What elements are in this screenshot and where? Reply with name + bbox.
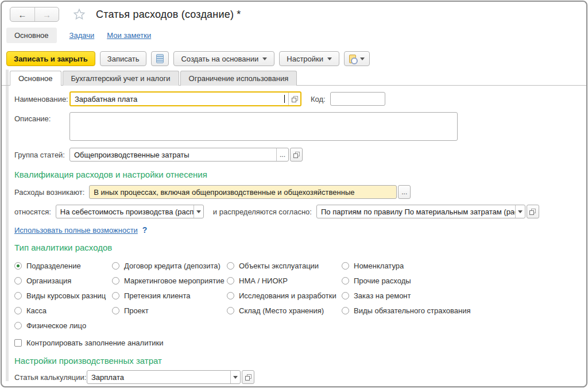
- form-content: Наименование: Зарабатная плата Код: Опис…: [2, 86, 586, 387]
- chevron-down-icon: [360, 57, 365, 60]
- radio-icon: [112, 307, 119, 314]
- text-caret: [284, 95, 285, 103]
- ellipsis-picker-button[interactable]: ...: [277, 148, 288, 161]
- list-icon: [156, 54, 164, 63]
- create-based-on-label: Создать на основании: [181, 55, 258, 63]
- section-production-title: Настройки производственных затрат: [14, 356, 578, 366]
- help-icon[interactable]: ?: [142, 225, 148, 235]
- radio-research-development[interactable]: Исследования и разработки: [227, 288, 342, 303]
- tab-usage-restriction[interactable]: Ограничение использования: [180, 71, 297, 86]
- radio-icon: [112, 292, 119, 299]
- copy-document-button[interactable]: [344, 51, 370, 66]
- analytics-column-4: Номенклатура Прочие расходы Заказ на рем…: [342, 258, 470, 333]
- chevron-down-icon[interactable]: [515, 205, 525, 218]
- open-button[interactable]: [527, 205, 539, 218]
- tab-accounting-taxes[interactable]: Бухгалтерский учет и налоги: [63, 71, 179, 86]
- description-input[interactable]: [69, 112, 458, 141]
- analytics-column-2: Договор кредита (депозита) Маркетинговое…: [112, 258, 227, 333]
- chevron-down-icon[interactable]: [230, 371, 240, 383]
- radio-icon: [14, 262, 22, 270]
- group-label: Группа статей:: [14, 151, 69, 159]
- description-label: Описание:: [14, 114, 69, 123]
- radio-icon: [227, 292, 234, 299]
- radio-icon: [342, 262, 349, 270]
- calculation-combobox[interactable]: Зарплата: [87, 370, 241, 384]
- radio-subdivision[interactable]: Подразделение: [14, 258, 112, 273]
- radio-icon: [342, 292, 349, 299]
- group-input[interactable]: Общепроизводственные затраты ...: [69, 148, 289, 162]
- radio-icon: [342, 307, 349, 314]
- radio-credit-agreement[interactable]: Договор кредита (депозита): [112, 258, 227, 273]
- nav-item-tasks[interactable]: Задачи: [69, 31, 95, 40]
- open-button[interactable]: [290, 148, 303, 162]
- radio-icon: [342, 277, 349, 285]
- full-features-link[interactable]: Использовать полные возможности: [14, 226, 138, 235]
- nav-links-row: Основное Задачи Мои заметки: [2, 23, 586, 49]
- radio-intangible-assets[interactable]: НМА / НИОКР: [227, 273, 342, 288]
- code-label: Код:: [311, 95, 326, 103]
- radio-project[interactable]: Проект: [112, 303, 227, 318]
- distribute-combobox[interactable]: По партиям по правилу По материальным за…: [316, 205, 525, 218]
- command-toolbar: Записать и закрыть Записать Создать на о…: [2, 49, 586, 71]
- name-row: Наименование: Зарабатная плата Код:: [14, 91, 578, 106]
- radio-icon: [14, 322, 22, 329]
- code-input[interactable]: [330, 92, 385, 106]
- radio-marketing-event[interactable]: Маркетинговое мероприятие: [112, 273, 227, 288]
- form-tabs: Основное Бухгалтерский учет и налоги Огр…: [10, 71, 586, 86]
- back-button[interactable]: ←: [10, 7, 34, 21]
- checkbox-icon: [14, 339, 22, 347]
- radio-icon: [14, 292, 22, 299]
- save-button[interactable]: Записать: [100, 51, 147, 66]
- open-button[interactable]: [242, 370, 254, 384]
- name-label: Наименование:: [14, 95, 69, 103]
- chevron-down-icon[interactable]: [194, 205, 203, 218]
- radio-nomenclature[interactable]: Номенклатура: [342, 258, 470, 273]
- radio-organization[interactable]: Организация: [14, 273, 112, 288]
- radio-other-expenses[interactable]: Прочие расходы: [342, 273, 470, 288]
- relate-combobox[interactable]: На себестоимость производства (распреде.: [56, 205, 204, 218]
- open-icon[interactable]: [289, 93, 300, 105]
- radio-exchange-rate-types[interactable]: Виды курсовых разниц: [14, 288, 112, 303]
- forward-button[interactable]: →: [34, 7, 59, 21]
- create-based-on-button[interactable]: Создать на основании: [173, 51, 274, 66]
- radio-icon: [227, 307, 234, 314]
- ellipsis-picker-button[interactable]: ...: [398, 185, 411, 199]
- relate-label: относятся:: [14, 208, 51, 216]
- settings-label: Настройки: [287, 55, 323, 63]
- full-features-row: Использовать полные возможности ?: [14, 225, 578, 235]
- nav-item-notes[interactable]: Мои заметки: [107, 31, 151, 40]
- description-row: Описание:: [14, 112, 578, 141]
- arise-input[interactable]: В иных процессах, включая общепроизводст…: [89, 185, 397, 199]
- radio-icon: [227, 277, 234, 285]
- radio-icon: [14, 307, 22, 314]
- analytics-radio-grid: Подразделение Организация Виды курсовых …: [14, 258, 578, 333]
- radio-client-claim[interactable]: Претензия клиента: [112, 288, 227, 303]
- related-documents-button[interactable]: [151, 51, 169, 66]
- header: ← → Статья расходов (создание) *: [2, 2, 586, 23]
- name-input[interactable]: Зарабатная плата: [69, 91, 301, 106]
- radio-warehouse[interactable]: Склад (Место хранения): [227, 303, 342, 318]
- control-analytics-checkbox[interactable]: Контролировать заполнение аналитики: [14, 335, 578, 350]
- arise-row: Расходы возникают: В иных процессах, вкл…: [14, 185, 578, 199]
- nav-item-main[interactable]: Основное: [6, 28, 57, 43]
- radio-icon: [112, 277, 119, 285]
- chevron-down-icon: [327, 57, 332, 60]
- group-row: Группа статей: Общепроизводственные затр…: [14, 148, 578, 162]
- favorite-star-icon[interactable]: [73, 8, 86, 21]
- settings-button[interactable]: Настройки: [279, 51, 339, 66]
- radio-icon: [112, 262, 119, 270]
- tab-main[interactable]: Основное: [10, 71, 61, 86]
- relate-row: относятся: На себестоимость производства…: [14, 205, 578, 218]
- open-icon: [529, 209, 536, 215]
- document-clock-icon: [349, 55, 356, 63]
- save-and-close-button[interactable]: Записать и закрыть: [6, 51, 95, 66]
- radio-icon: [227, 262, 234, 270]
- section-qualification-title: Квалификация расходов и настройки отнесе…: [14, 170, 578, 179]
- calculation-label: Статья калькуляции:: [14, 373, 87, 382]
- radio-operation-objects[interactable]: Объекты эксплуатации: [227, 258, 342, 273]
- radio-cash-desk[interactable]: Касса: [14, 303, 112, 318]
- radio-individual[interactable]: Физическое лицо: [14, 318, 112, 333]
- app-window: ← → Статья расходов (создание) * Основно…: [1, 1, 587, 387]
- radio-repair-order[interactable]: Заказ на ремонт: [342, 288, 470, 303]
- radio-mandatory-insurance-types[interactable]: Виды обязательного страхования: [342, 303, 470, 318]
